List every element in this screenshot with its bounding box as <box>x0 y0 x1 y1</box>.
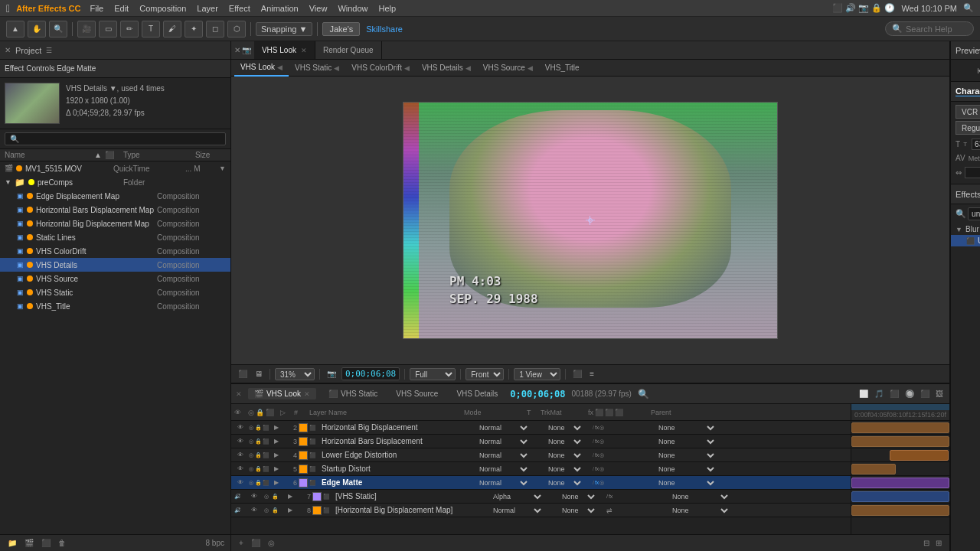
layer-4-trkmat-select[interactable]: None <box>545 451 583 460</box>
roto-tool-btn[interactable]: ⬡ <box>227 21 246 37</box>
layer-5-trkmat-select[interactable]: None <box>545 465 583 474</box>
effects-category-blur[interactable]: ▼ Blur & Sharpen <box>951 223 980 235</box>
layer-7-lock[interactable]: 🔒 <box>272 494 281 500</box>
tree-row-staticlines[interactable]: ▣ Static Lines Composition <box>0 230 230 244</box>
layer-2-name[interactable]: Horizontal Big Displacement <box>322 423 475 432</box>
layer-8-name[interactable]: [Horizontal Big Displacement Map] <box>335 506 488 514</box>
layer-8-solo[interactable]: ◎ <box>262 507 271 514</box>
camera-icon-btn[interactable]: 📷 <box>325 370 338 378</box>
tl-bottom-add-btn[interactable]: + <box>237 539 245 547</box>
timeline-timecode[interactable]: 0;00;06;08 <box>510 389 565 399</box>
viewer-timecode[interactable]: 0;00;06;08 <box>341 367 400 380</box>
menu-edit[interactable]: Edit <box>109 3 133 14</box>
tree-row-vhstitle[interactable]: ▣ VHS_Title Composition <box>0 299 230 313</box>
comp-tab-vhslook[interactable]: VHS Look ✕ <box>254 41 315 60</box>
menu-help[interactable]: Help <box>374 3 401 14</box>
char-style-select[interactable]: RegularBoldItalic <box>956 121 980 135</box>
layer-8-lock[interactable]: 🔒 <box>272 507 281 514</box>
tree-row-mov[interactable]: 🎬 MV1_5515.MOV QuickTime ... M ▼ <box>0 161 230 175</box>
new-folder-btn[interactable]: 📁 <box>6 539 18 547</box>
layer-7-trkmat-select[interactable]: None <box>559 492 597 501</box>
search-input[interactable] <box>906 24 967 34</box>
menu-effect[interactable]: Effect <box>224 3 255 14</box>
project-file-tree[interactable]: Name ▲ ⬛ Type Size 🎬 MV1_5515.MOV QuickT… <box>0 149 230 534</box>
tl-zoom-in-btn[interactable]: ⊞ <box>934 539 943 547</box>
tl-bottom-solo-btn[interactable]: ◎ <box>266 539 276 547</box>
layer-2-trkmat-select[interactable]: None <box>545 423 583 432</box>
layer-6-eye[interactable]: 👁 <box>234 479 247 486</box>
layer-7-eye[interactable]: 👁 <box>248 493 260 500</box>
char-font-select[interactable]: VCR OSD Mono <box>956 105 980 119</box>
clip-5[interactable] <box>851 464 896 474</box>
layer-8-parent-select[interactable]: None <box>669 506 730 515</box>
layer-3-lock[interactable]: 🔒 <box>255 439 262 445</box>
view-side-select[interactable]: FrontTopLeft <box>466 368 504 380</box>
layer-8-eye[interactable]: 👁 <box>248 507 260 514</box>
skillshare-link[interactable]: Skillshare <box>363 24 406 34</box>
menu-bar-search-icon[interactable]: 🔍 <box>963 3 974 13</box>
eraser-tool-btn[interactable]: ◻ <box>206 21 224 37</box>
tree-row-vhssource[interactable]: ▣ VHS Source Composition <box>0 272 230 285</box>
layer-6-solo[interactable]: ◎ <box>248 480 254 486</box>
tree-row-vhsdetails[interactable]: ▣ VHS Details Composition <box>0 258 230 272</box>
layer-3-mode[interactable]: Normal <box>476 437 530 446</box>
layer-3-eye[interactable]: 👁 <box>234 438 247 445</box>
character-tab[interactable]: Character <box>956 86 980 96</box>
clip-2[interactable] <box>851 422 949 433</box>
timeline-tab-vhssource[interactable]: VHS Source <box>390 388 444 399</box>
menu-composition[interactable]: Composition <box>135 3 191 14</box>
view-count-select[interactable]: 1 View2 Views <box>514 368 560 380</box>
timeline-tab-vhsstatic[interactable]: ⬛ VHS Static <box>322 388 384 399</box>
layer-3-name[interactable]: Horizontal Bars Displacement <box>322 437 475 445</box>
tl-tool-2[interactable]: 🎵 <box>873 390 885 398</box>
layer-4-eye[interactable]: 👁 <box>234 452 247 458</box>
clip-6[interactable] <box>851 478 949 488</box>
zoom-tool-btn[interactable]: 🔍 <box>49 21 67 37</box>
effects-search-input[interactable] <box>968 207 980 220</box>
apple-icon[interactable]:  <box>6 2 10 15</box>
layer-6-parent-select[interactable]: None <box>655 478 717 487</box>
select-tool-btn[interactable]: ▲ <box>6 21 24 37</box>
layer-8-mode[interactable]: Normal <box>490 506 544 515</box>
layer-3-trkmat-select[interactable]: None <box>545 437 583 446</box>
layer-3-expand[interactable]: ▶ <box>271 438 282 445</box>
timeline-close-btn[interactable]: ✕ <box>236 390 242 398</box>
tl-tool-4[interactable]: 🔘 <box>903 390 916 398</box>
timeline-tab-vhsdetails[interactable]: VHS Details <box>450 388 504 399</box>
snapping-toggle[interactable]: Snapping ▼ <box>256 22 312 36</box>
layer-2-mode[interactable]: Normal <box>476 423 530 432</box>
layer-5-expand[interactable]: ▶ <box>271 465 282 472</box>
comp-tab-renderqueue[interactable]: Render Queue <box>315 41 382 60</box>
layer-6-expand[interactable]: ▶ <box>271 479 282 486</box>
layer-7-name[interactable]: [VHS Static] <box>335 492 488 500</box>
tl-tool-5[interactable]: ⬛ <box>919 390 931 398</box>
clone-tool-btn[interactable]: ✦ <box>185 21 203 37</box>
viewer-options-btn[interactable]: ⬛ <box>570 370 584 378</box>
brush-tool-btn[interactable]: 🖌 <box>163 21 181 37</box>
font-size-input[interactable] <box>972 139 980 150</box>
layer-5-lock[interactable]: 🔒 <box>255 466 262 472</box>
tree-row-vhsstatic[interactable]: ▣ VHS Static Composition <box>0 285 230 299</box>
layer-4-parent-select[interactable]: None <box>655 451 717 460</box>
layer-6-lock[interactable]: 🔒 <box>255 480 262 486</box>
timeline-tab-vhslook[interactable]: 🎬 VHS Look ✕ <box>248 388 316 399</box>
layer-6-name[interactable]: Edge Matte <box>322 478 475 487</box>
tree-row-precomps[interactable]: ▼ 📁 preComps Folder <box>0 175 230 189</box>
work-area-bar[interactable] <box>851 404 949 410</box>
text-tool-btn[interactable]: T <box>142 21 160 37</box>
hand-tool-btn[interactable]: ✋ <box>28 21 46 37</box>
clip-3[interactable] <box>851 436 949 447</box>
workspace-selector[interactable]: Jake's <box>322 22 360 36</box>
project-close-icon[interactable]: ✕ <box>5 46 11 54</box>
layer-4-lock[interactable]: 🔒 <box>255 452 262 458</box>
layer-7-parent-select[interactable]: None <box>669 492 730 501</box>
clip-7[interactable] <box>851 491 949 502</box>
layer-4-expand[interactable]: ▶ <box>271 452 282 458</box>
layer-6-fx-on[interactable]: fx <box>595 480 599 485</box>
tree-row-vhscolordrift[interactable]: ▣ VHS ColorDrift Composition <box>0 244 230 258</box>
layer-7-mode[interactable]: Alpha <box>490 492 544 501</box>
comp-close-icon[interactable]: ✕ <box>234 46 240 54</box>
layer-3-solo[interactable]: ◎ <box>248 439 254 445</box>
always-preview-btn[interactable]: ⬛ <box>236 370 250 378</box>
layer-7-solo[interactable]: ◎ <box>262 494 271 500</box>
